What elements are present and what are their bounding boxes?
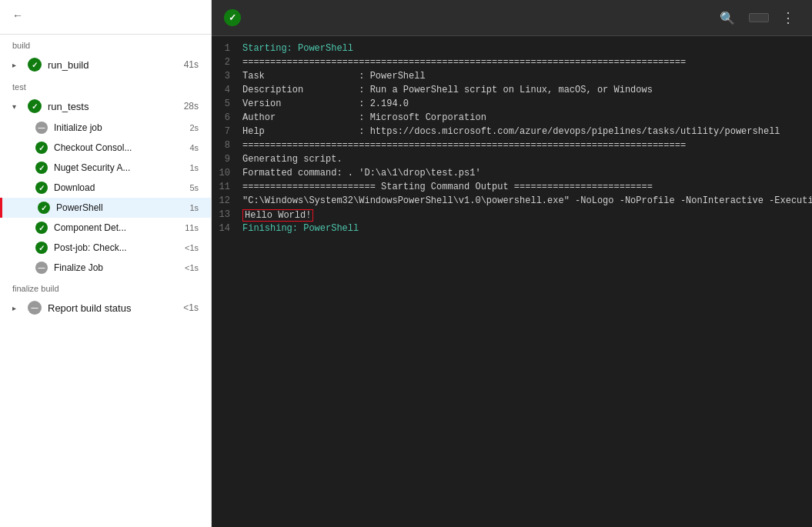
line-text: Version : 2.194.0 [242,98,812,109]
log-line: 4Description : Run a PowerShell script o… [212,84,812,98]
left-panel: ← build▸run_build41stest▾run_tests28sIni… [0,0,212,527]
sub-job-row[interactable]: Finalize Job<1s [0,258,211,278]
log-line: 2=======================================… [212,56,812,70]
log-line: 10Formatted command: . 'D:\a\1\drop\test… [212,167,812,181]
line-text: Help : https://docs.microsoft.com/azure/… [242,126,812,137]
sub-job-name: Download [54,182,189,193]
job-row[interactable]: ▸Report build status<1s [0,296,211,319]
success-icon [28,58,42,72]
line-text: "C:\Windows\System32\WindowsPowerShell\v… [242,195,812,206]
right-header: 🔍 ⋮ [212,0,812,36]
left-header: ← [0,0,211,35]
line-number: 2 [212,57,242,68]
line-number: 6 [212,112,242,123]
left-sections: build▸run_build41stest▾run_tests28sIniti… [0,35,211,319]
success-icon [35,242,48,254]
sub-job-name: Post-job: Check... [54,242,185,253]
search-button[interactable]: 🔍 [713,8,741,28]
line-number: 12 [212,195,242,206]
line-text: Author : Microsoft Corporation [242,112,812,123]
job-name: run_tests [48,101,184,112]
line-text: Formatted command: . 'D:\a\1\drop\test.p… [242,168,812,178]
job-row[interactable]: ▾run_tests28s [0,95,211,118]
log-line: 3Task : PowerShell [212,70,812,84]
powershell-status-icon [224,9,241,26]
sub-job-duration: 5s [189,183,199,192]
job-duration: 41s [184,59,199,70]
line-text: Task : PowerShell [242,71,812,82]
sub-job-name: Component Det... [54,222,185,233]
sub-job-row[interactable]: Initialize job2s [0,118,211,138]
sub-job-row[interactable]: Download5s [0,178,211,198]
sub-job-duration: <1s [185,263,199,272]
line-number: 13 [212,209,242,220]
sub-job-duration: 4s [189,143,199,152]
sub-job-row[interactable]: Checkout Consol...4s [0,138,211,158]
job-duration: <1s [183,302,199,313]
line-number: 4 [212,85,242,95]
view-raw-log-button[interactable] [749,13,769,22]
line-number: 5 [212,98,242,109]
sub-job-name: Checkout Consol... [54,142,189,153]
line-number: 10 [212,168,242,178]
log-line: 7Help : https://docs.microsoft.com/azure… [212,125,812,139]
sub-job-row[interactable]: Component Det...11s [0,218,211,238]
log-line: 11======================== Starting Comm… [212,181,812,195]
log-line: 8=======================================… [212,139,812,153]
line-number: 1 [212,43,242,54]
log-line: 13Hello World! [212,208,812,222]
log-line: 5Version : 2.194.0 [212,98,812,112]
log-line: 14Finishing: PowerShell [212,222,812,236]
chevron-icon: ▾ [12,102,25,111]
job-name: run_build [48,59,184,71]
success-icon [28,99,42,113]
line-text: Hello World! [242,209,812,222]
line-number: 14 [212,223,242,234]
line-number: 3 [212,71,242,82]
log-line: 1Starting: PowerShell [212,42,812,56]
sub-job-row[interactable]: Post-job: Check...<1s [0,238,211,258]
success-icon [35,182,48,194]
log-line: 12"C:\Windows\System32\WindowsPowerShell… [212,195,812,208]
sub-job-duration: 11s [185,223,199,232]
section-label: test [0,76,211,95]
sub-job-name: Initialize job [54,122,189,133]
sub-job-name: PowerShell [56,202,189,213]
back-link[interactable]: ← [12,9,199,22]
success-icon [35,222,48,234]
sub-job-row[interactable]: Nuget Security A...1s [0,158,211,178]
hello-world-highlight: Hello World! [242,209,313,222]
section-label: build [0,35,211,53]
sub-job-duration: 1s [189,163,199,172]
line-text: Generating script. [242,154,812,165]
success-icon [38,202,50,214]
chevron-icon: ▸ [12,304,25,312]
job-name: Report build status [48,302,183,314]
sub-job-duration: <1s [185,243,199,252]
pending-icon [35,122,48,134]
sub-job-row[interactable]: PowerShell1s [0,198,211,218]
section-label: Finalize build [0,278,211,296]
sub-job-duration: 1s [189,203,199,212]
log-link[interactable]: https://docs.microsoft.com/azure/devops/… [370,126,780,137]
line-number: 9 [212,154,242,165]
line-number: 7 [212,126,242,137]
line-text: ========================================… [242,140,812,151]
line-text: Finishing: PowerShell [242,223,812,234]
pending-icon [35,262,48,274]
back-arrow-icon: ← [12,9,23,22]
success-icon [35,162,48,174]
line-text: ======================== Starting Comman… [242,182,812,192]
log-line: 6Author : Microsoft Corporation [212,112,812,125]
right-panel: 🔍 ⋮ 1Starting: PowerShell2==============… [212,0,812,527]
more-options-button[interactable]: ⋮ [777,6,800,29]
line-number: 11 [212,182,242,192]
success-icon [35,142,48,154]
job-duration: 28s [184,101,199,112]
job-row[interactable]: ▸run_build41s [0,53,211,76]
sub-job-name: Finalize Job [54,262,185,273]
chevron-icon: ▸ [12,61,25,69]
line-text: Description : Run a PowerShell script on… [242,85,812,95]
sub-job-name: Nuget Security A... [54,162,189,173]
line-number: 8 [212,140,242,151]
